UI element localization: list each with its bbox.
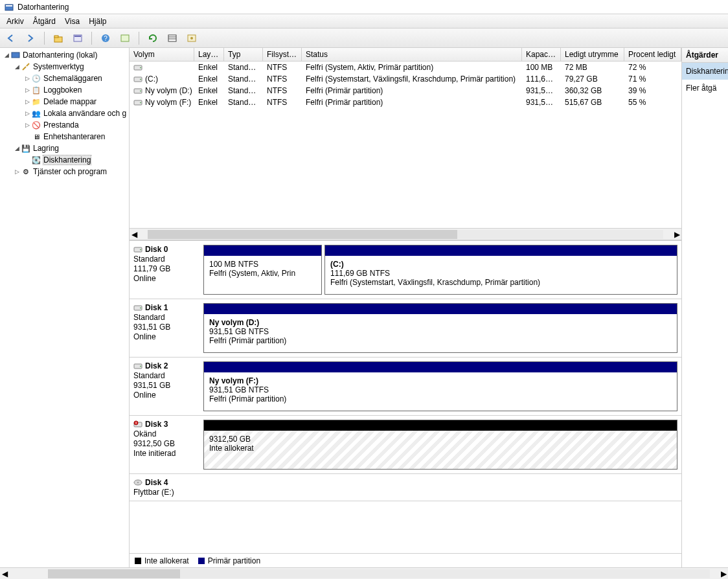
tree-lagring[interactable]: ◢ 💾 Lagring (0, 142, 129, 154)
volume-list-body[interactable]: EnkelStandardNTFSFelfri (System, Aktiv, … (130, 62, 681, 228)
cell-procent: 71 % (624, 74, 681, 84)
col-volym[interactable]: Volym (130, 48, 194, 61)
partition-detail: 9312,50 GB (209, 435, 672, 444)
tree-scrollbar[interactable]: ◀ ▶ (0, 567, 728, 579)
col-typ[interactable]: Typ (224, 48, 263, 61)
partition-bar (204, 362, 677, 372)
svg-point-13 (190, 37, 193, 40)
menu-arkiv[interactable]: Arkiv (6, 17, 24, 26)
up-icon[interactable] (51, 31, 65, 45)
disk-graphic-panel[interactable]: Disk 0Standard111,79 GBOnline100 MB NTFS… (130, 240, 681, 553)
partition[interactable]: Ny volym (D:)931,51 GB NTFSFelfri (Primä… (203, 303, 677, 353)
disk-type: Standard (133, 255, 198, 264)
actions-panel: Åtgärder Diskhanterin Fler åtgä (681, 48, 728, 567)
cell-status: Felfri (Primär partition) (302, 97, 522, 108)
cell-kapacitet: 931,51 GB (522, 97, 561, 108)
actions-item-diskhantering[interactable]: Diskhanterin (682, 63, 728, 80)
tree-delade-mappar[interactable]: ▷📁Delade mappar (0, 96, 129, 108)
tree-tjanster[interactable]: ▷ ⚙ Tjänster och program (0, 166, 129, 177)
col-kapacitet[interactable]: Kapacitet (522, 48, 561, 61)
partition-bar (325, 245, 677, 256)
disk-row[interactable]: Disk 4Flyttbar (E:) (130, 474, 681, 501)
volume-row[interactable]: Ny volym (D:)EnkelStandardNTFSFelfri (Pr… (130, 85, 681, 96)
forward-icon[interactable] (23, 31, 38, 45)
disk-status: Online (133, 332, 198, 341)
disk-icon (133, 479, 142, 486)
svg-point-33 (137, 482, 139, 483)
partition-bar (204, 420, 677, 431)
menu-atgard[interactable]: Åtgärd (33, 17, 56, 26)
volume-row[interactable]: (C:)EnkelStandardNTFSFelfri (Systemstart… (130, 73, 681, 85)
window-title: Datorhantering (17, 3, 69, 12)
svg-rect-5 (74, 36, 81, 37)
partition[interactable]: 100 MB NTFSFelfri (System, Aktiv, Prin (203, 245, 322, 295)
actions-item-fler[interactable]: Fler åtgä (682, 80, 728, 96)
disk-row[interactable]: Disk 1Standard931,51 GBOnlineNy volym (D… (130, 299, 681, 358)
tree-panel[interactable]: ◢ Datorhantering (lokal) ◢ Systemverktyg… (0, 48, 130, 567)
partition[interactable]: (C:)111,69 GB NTFSFelfri (Systemstart, V… (324, 245, 677, 295)
volume-list-scrollbar[interactable]: ◀ ▶ (130, 228, 681, 240)
disk-row[interactable]: Disk 2Standard931,51 GBOnlineNy volym (F… (130, 358, 681, 416)
col-ledigt[interactable]: Ledigt utrymme (561, 48, 624, 61)
disk-size: 9312,50 GB (133, 439, 198, 448)
properties-icon[interactable] (71, 31, 85, 45)
disk-icon: 💽 (31, 155, 41, 165)
volume-name: Ny volym (D:) (145, 86, 192, 95)
partition-health: Felfri (Systemstart, Växlingsfil, Krasch… (330, 278, 672, 287)
volume-icon (133, 98, 142, 106)
disk-name: Disk 0 (145, 245, 168, 254)
list-icon[interactable] (165, 31, 179, 45)
refresh-icon[interactable] (146, 31, 160, 45)
tree-systemverktyg[interactable]: ◢ Systemverktyg (0, 61, 129, 73)
disk-info: Disk 1Standard931,51 GBOnline (130, 299, 202, 357)
partition[interactable]: 9312,50 GBInte allokerat (203, 420, 677, 470)
log-icon: 📋 (31, 85, 41, 95)
tree-loggboken[interactable]: ▷📋Loggboken (0, 84, 129, 96)
svg-rect-14 (12, 52, 19, 58)
partition-detail: 100 MB NTFS (209, 260, 316, 269)
storage-icon: 💾 (21, 143, 31, 153)
disk-partitions: Ny volym (F:)931,51 GB NTFSFelfri (Primä… (202, 358, 681, 415)
col-status[interactable]: Status (302, 48, 522, 61)
disk-status: Online (133, 274, 198, 283)
tree-enhetshanteraren[interactable]: 🖥Enhetshanteraren (0, 131, 129, 142)
volume-row[interactable]: EnkelStandardNTFSFelfri (System, Aktiv, … (130, 62, 681, 73)
back-icon[interactable] (4, 31, 18, 45)
disk-row[interactable]: Disk 0Standard111,79 GBOnline100 MB NTFS… (130, 241, 681, 299)
cell-procent: 55 % (624, 97, 681, 108)
col-filsystem[interactable]: Filsystem (263, 48, 302, 61)
cell-status: Felfri (Systemstart, Växlingsfil, Krasch… (302, 74, 522, 84)
partition-bar (204, 304, 677, 314)
volume-row[interactable]: Ny volym (F:)EnkelStandardNTFSFelfri (Pr… (130, 96, 681, 108)
settings-icon[interactable] (185, 31, 199, 45)
cell-status: Felfri (Primär partition) (302, 85, 522, 96)
menu-visa[interactable]: Visa (65, 17, 80, 26)
action-icon[interactable] (118, 31, 132, 45)
disk-size: 931,51 GB (133, 323, 198, 332)
svg-point-24 (140, 249, 141, 251)
tree-prestanda[interactable]: ▷🚫Prestanda (0, 119, 129, 131)
disk-row[interactable]: !Disk 3Okänd9312,50 GBInte initierad9312… (130, 416, 681, 474)
cell-layout: Enkel (194, 74, 224, 84)
partition-health: Felfri (Primär partition) (209, 394, 672, 403)
disk-partitions: 100 MB NTFSFelfri (System, Aktiv, Prin(C… (202, 241, 681, 299)
disk-size: 111,79 GB (133, 264, 198, 273)
svg-rect-3 (54, 36, 58, 38)
partition[interactable]: Ny volym (F:)931,51 GB NTFSFelfri (Primä… (203, 361, 677, 411)
disk-icon: ! (133, 420, 142, 428)
col-procent[interactable]: Procent ledigt (624, 48, 681, 61)
tree-lokala-anvandare[interactable]: ▷👥Lokala användare och g (0, 108, 129, 119)
volume-name: (C:) (145, 74, 158, 84)
tree-schemalaggaren[interactable]: ▷🕒Schemaläggaren (0, 73, 129, 84)
tree-diskhantering[interactable]: 💽Diskhantering (0, 154, 129, 166)
volume-icon (133, 75, 142, 83)
menu-hjalp[interactable]: Hjälp (89, 17, 106, 26)
tools-icon (21, 62, 31, 72)
help-icon[interactable]: ? (98, 31, 113, 45)
col-layout[interactable]: Layout (194, 48, 224, 61)
disk-type: Standard (133, 313, 198, 322)
tree-root[interactable]: ◢ Datorhantering (lokal) (0, 49, 129, 61)
toolbar: ? (0, 28, 728, 48)
partition-health: Inte allokerat (209, 444, 672, 453)
partition-health: Felfri (Primär partition) (209, 336, 672, 345)
